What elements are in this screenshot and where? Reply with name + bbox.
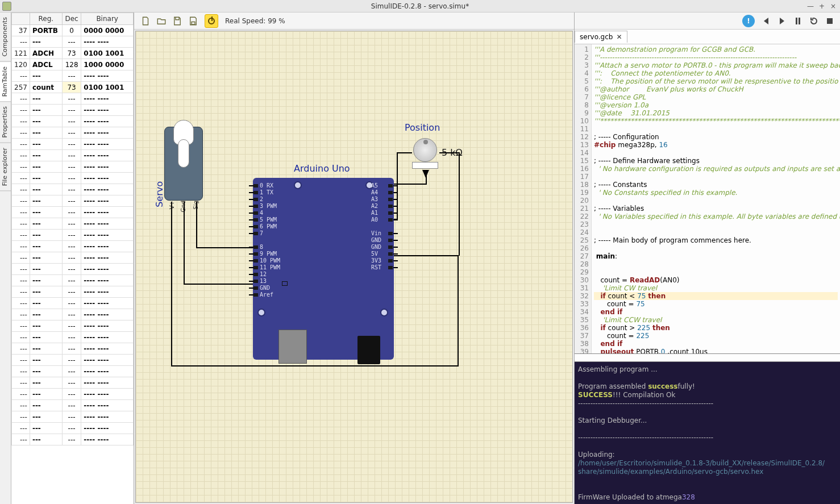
table-row[interactable]: ------------- ---- — [12, 241, 134, 252]
arduino-pin-right[interactable]: Vin — [371, 230, 381, 236]
table-row[interactable]: ------------- ---- — [12, 309, 134, 320]
arduino-pin-left[interactable]: 9 PWM — [260, 251, 277, 257]
table-row[interactable]: ------------- ---- — [12, 127, 134, 139]
table-row[interactable]: ------------- ---- — [12, 36, 134, 48]
table-row[interactable]: ------------- ---- — [12, 411, 134, 423]
table-row[interactable]: ------------- ---- — [12, 389, 134, 400]
table-row[interactable]: ------------- ---- — [12, 93, 134, 105]
editor-tab-servo[interactable]: servo.gcb ✕ — [575, 31, 627, 43]
table-row[interactable]: 121ADCH730100 1001 — [12, 48, 134, 59]
arduino-pin-left[interactable]: 0 RX — [260, 182, 273, 189]
code-area[interactable]: '''A demonstration program for GCGB and … — [592, 44, 840, 353]
arduino-pin-right[interactable]: RST — [371, 264, 381, 270]
tab-components[interactable]: Components — [0, 13, 11, 62]
arduino-pin-left[interactable]: 6 PWM — [260, 223, 277, 230]
stop-button[interactable] — [823, 14, 837, 28]
table-row[interactable]: ------------- ---- — [12, 184, 134, 195]
table-row[interactable]: ------------- ---- — [12, 286, 134, 298]
table-row[interactable]: ------------- ---- — [12, 252, 134, 264]
table-row[interactable]: 257count730100 1001 — [12, 82, 134, 93]
arduino-pin-right[interactable]: A2 — [371, 203, 378, 209]
run-button[interactable] — [775, 14, 789, 28]
col-bin[interactable]: Binary — [81, 13, 134, 25]
arduino-pin-right[interactable]: GND — [371, 244, 381, 250]
table-row[interactable]: ------------- ---- — [12, 195, 134, 207]
table-row[interactable]: 37PORTB00000 0000 — [12, 25, 134, 36]
editor-horizontal-scrollbar[interactable] — [575, 354, 840, 362]
open-button[interactable] — [155, 14, 168, 28]
arduino-pin-left[interactable]: 1 TX — [260, 189, 273, 195]
table-row[interactable]: ------------- ---- — [12, 139, 134, 150]
arduino-pin-left[interactable]: 2 — [260, 196, 263, 202]
arduino-pin-left[interactable]: 13 — [260, 278, 267, 284]
arduino-pin-right[interactable]: A0 — [371, 216, 378, 223]
table-row[interactable]: ------------- ---- — [12, 355, 134, 366]
arduino-pin-right[interactable]: 3V3 — [371, 257, 381, 264]
table-row[interactable]: ------------- ---- — [12, 275, 134, 286]
output-console[interactable]: Assembling program ... Program assembled… — [575, 362, 840, 504]
step-back-button[interactable] — [759, 14, 773, 28]
arduino-pin-right[interactable]: GND — [371, 237, 381, 243]
potentiometer[interactable] — [413, 138, 437, 162]
tab-close-icon[interactable]: ✕ — [616, 33, 622, 41]
arduino-pin-right[interactable]: A1 — [371, 210, 378, 216]
table-row[interactable]: ------------- ---- — [12, 105, 134, 116]
table-row[interactable]: ------------- ---- — [12, 173, 134, 184]
table-row[interactable]: ------------- ---- — [12, 320, 134, 332]
maximize-button[interactable]: + — [817, 2, 826, 10]
table-row[interactable]: ------------- ---- — [12, 161, 134, 173]
pause-button[interactable] — [791, 14, 805, 28]
table-row[interactable]: ------------- ---- — [12, 150, 134, 161]
table-row[interactable]: ------------- ---- — [12, 230, 134, 241]
tab-file-explorer[interactable]: File explorer — [0, 143, 11, 191]
arduino-pin-left[interactable]: 3 PWM — [260, 203, 277, 209]
arduino-pin-left[interactable]: 8 — [260, 244, 263, 250]
table-row[interactable]: ------------- ---- — [12, 400, 134, 411]
table-row[interactable]: ------------- ---- — [12, 207, 134, 218]
tab-properties[interactable]: Properties — [0, 102, 11, 143]
ram-table-scroll[interactable]: Reg. Dec Binary 37PORTB00000 0000-------… — [11, 13, 134, 504]
arduino-pin-right[interactable]: A5 — [371, 182, 378, 189]
arduino-pin-left[interactable]: 7 — [260, 230, 263, 236]
table-row[interactable]: ------------- ---- — [12, 377, 134, 389]
table-row[interactable]: ------------- ---- — [12, 70, 134, 82]
tab-label: servo.gcb — [580, 33, 613, 41]
pot-slider[interactable] — [412, 162, 438, 169]
arduino-pin-left[interactable]: 11 PWM — [260, 264, 280, 270]
code-editor[interactable]: 1234567891011121314151617181920212223242… — [575, 44, 840, 354]
info-icon[interactable]: ! — [742, 15, 755, 27]
table-row[interactable]: ------------- ---- — [12, 423, 134, 434]
new-button[interactable] — [139, 14, 152, 28]
arduino-pin-left[interactable]: Aref — [260, 291, 273, 298]
arduino-pin-right[interactable]: A3 — [371, 196, 378, 202]
wire — [196, 247, 253, 248]
circuit-canvas[interactable]: Servo V+ Gnd Sig Arduino Uno — [135, 31, 573, 503]
arduino-pin-left[interactable]: GND — [260, 285, 270, 291]
reset-button[interactable] — [807, 14, 821, 28]
arduino-pin-left[interactable]: 4 — [260, 210, 263, 216]
arduino-pin-right[interactable]: 5V — [371, 251, 378, 257]
arduino-pin-left[interactable]: 10 PWM — [260, 257, 280, 264]
close-button[interactable]: × — [829, 2, 838, 10]
table-row[interactable]: ------------- ---- — [12, 116, 134, 127]
pin-marker — [388, 198, 393, 201]
table-row[interactable]: ------------- ---- — [12, 298, 134, 309]
line-gutter[interactable]: 1234567891011121314151617181920212223242… — [575, 44, 592, 353]
col-reg[interactable]: Reg. — [30, 13, 62, 25]
arduino-pin-right[interactable]: A4 — [371, 189, 378, 195]
table-row[interactable]: ------------- ---- — [12, 343, 134, 355]
arduino-pin-left[interactable]: 12 — [260, 271, 267, 277]
table-row[interactable]: ------------- ---- — [12, 366, 134, 377]
table-row[interactable]: ------------- ---- — [12, 434, 134, 445]
table-row[interactable]: ------------- ---- — [12, 332, 134, 343]
table-row[interactable]: ------------- ---- — [12, 264, 134, 275]
col-dec[interactable]: Dec — [62, 13, 81, 25]
power-button[interactable] — [205, 14, 218, 28]
minimize-button[interactable]: — — [806, 2, 815, 10]
arduino-pin-left[interactable]: 5 PWM — [260, 216, 277, 223]
table-row[interactable]: ------------- ---- — [12, 218, 134, 230]
save-as-button[interactable] — [186, 14, 200, 28]
save-button[interactable] — [171, 14, 184, 28]
table-row[interactable]: 120ADCL1281000 0000 — [12, 59, 134, 70]
tab-ramtable[interactable]: RamTable — [0, 62, 11, 102]
